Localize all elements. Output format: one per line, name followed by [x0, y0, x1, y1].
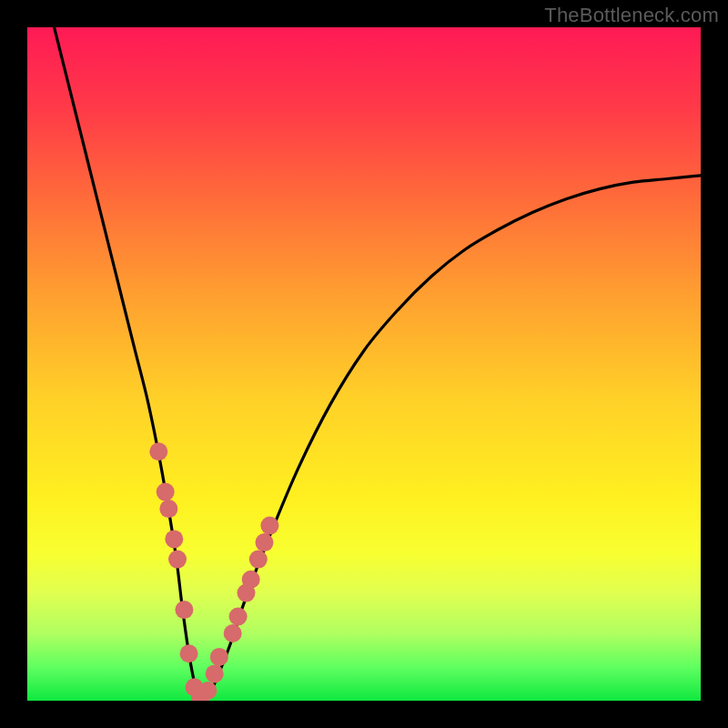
- watermark-text: TheBottleneck.com: [544, 4, 719, 27]
- chart-frame: TheBottleneck.com: [0, 0, 728, 728]
- highlight-marker: [260, 517, 278, 535]
- highlight-marker: [206, 664, 224, 682]
- highlight-marker: [157, 483, 175, 501]
- highlight-marker: [229, 608, 248, 626]
- plot-area: [27, 27, 701, 701]
- highlight-marker-group: [149, 442, 278, 701]
- highlight-marker: [149, 442, 167, 460]
- highlight-marker: [249, 551, 268, 569]
- highlight-marker: [210, 648, 228, 666]
- chart-svg: [27, 27, 701, 701]
- bottleneck-curve-line: [55, 27, 701, 701]
- highlight-marker: [159, 500, 177, 518]
- highlight-marker: [198, 682, 217, 700]
- highlight-marker: [165, 530, 183, 548]
- highlight-marker: [224, 624, 242, 642]
- highlight-marker: [168, 551, 187, 569]
- highlight-marker: [242, 571, 260, 589]
- highlight-marker: [180, 644, 198, 662]
- highlight-marker: [255, 533, 273, 551]
- highlight-marker: [175, 601, 193, 619]
